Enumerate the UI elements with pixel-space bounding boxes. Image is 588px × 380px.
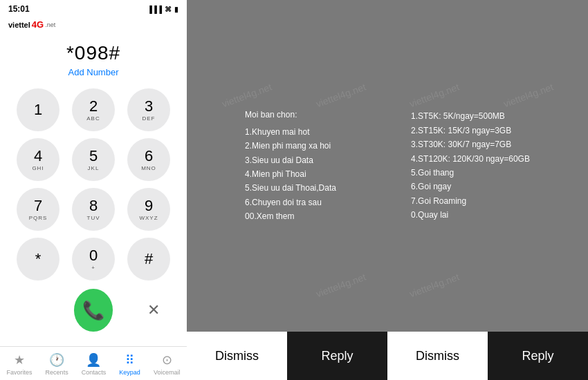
sms-line-2-7: 7.Goi Roaming [411, 194, 530, 208]
sms-line-2-4: 4.ST120K: 120K/30 ngay=60GB [411, 152, 530, 166]
dialed-number: *098# [66, 42, 120, 64]
dismiss-button-1[interactable]: Dismiss [187, 332, 287, 380]
tab-voicemail-label: Voicemail [154, 369, 181, 376]
reply-button-2[interactable]: Reply [488, 332, 588, 380]
carrier-logo: viettel 4G .net [0, 18, 187, 30]
tab-keypad[interactable]: ⠿ Keypad [119, 352, 140, 376]
sms-line-1-5: 5.Sieu uu dai Thoai,Data [245, 181, 336, 195]
keypad-icon: ⠿ [125, 352, 134, 368]
key-hash[interactable]: # [127, 238, 170, 281]
phone-icon: 📞 [82, 300, 104, 321]
tab-favorites-label: Favorites [7, 369, 33, 376]
sms-line-1-1: 1.Khuyen mai hot [245, 125, 336, 139]
battery-icon: ▮ [174, 6, 178, 13]
favorites-icon: ★ [14, 352, 25, 368]
key-5[interactable]: 5 JKL [72, 138, 115, 181]
sms-line-2-5: 5.Goi thang [411, 166, 530, 180]
notification-1-actions: Dismiss Reply [187, 332, 387, 380]
sms-line-1-4: 4.Mien phi Thoai [245, 167, 336, 181]
tab-keypad-label: Keypad [119, 369, 140, 376]
sms-line-1-6: 6.Chuyen doi tra sau [245, 196, 336, 209]
sms-line-2-8: 0.Quay lai [411, 208, 530, 222]
carrier-plan: 4G [32, 19, 44, 30]
tab-contacts-label: Contacts [82, 369, 107, 376]
keypad-grid: 1 2 ABC 3 DEF 4 GHI 5 JKL 6 MNO 7 PQRS [0, 88, 187, 281]
sms-message-1: Moi ban chon: 1.Khuyen mai hot 2.Mien ph… [245, 108, 336, 223]
reply-button-1[interactable]: Reply [287, 332, 387, 380]
dismiss-button-2[interactable]: Dismiss [387, 332, 488, 380]
voicemail-icon: ⊙ [162, 352, 172, 368]
notification-2-actions: Dismiss Reply [387, 332, 588, 380]
sms-notification-panel: viettel4g.net viettel4g.net viettel4g.ne… [187, 0, 588, 380]
contacts-icon: 👤 [86, 352, 101, 368]
action-area: Dismiss Reply Dismiss Reply [187, 332, 588, 380]
call-action-row: 📞 ✕ [0, 289, 187, 332]
carrier-name: viettel [8, 21, 30, 29]
dialer-panel: 15:01 ▐▐▐ ⌘ ▮ viettel 4G .net *098# Add … [0, 0, 187, 380]
key-1[interactable]: 1 [17, 88, 59, 131]
key-8[interactable]: 8 TUV [72, 188, 115, 231]
sms-line-2-1: 1.ST5K: 5K/ngay=500MB [411, 109, 530, 123]
signal-icon: ▐▐▐ [147, 6, 162, 13]
delete-icon: ✕ [147, 301, 160, 319]
recents-icon: 🕐 [49, 352, 64, 368]
sms-line-1-2: 2.Mien phi mang xa hoi [245, 139, 336, 153]
tab-bar: ★ Favorites 🕐 Recents 👤 Contacts ⠿ Keypa… [0, 346, 187, 380]
key-9[interactable]: 9 WXYZ [127, 188, 170, 231]
key-3[interactable]: 3 DEF [127, 88, 170, 131]
status-time: 15:01 [8, 4, 30, 14]
sms-area: Moi ban chon: 1.Khuyen mai hot 2.Mien ph… [187, 0, 588, 332]
key-4[interactable]: 4 GHI [17, 138, 59, 181]
call-button[interactable]: 📞 [74, 289, 113, 332]
sms-line-2-3: 3.ST30K: 30K/7 ngay=7GB [411, 137, 530, 151]
key-star[interactable]: * [17, 238, 59, 281]
sms-line-2-6: 6.Goi ngay [411, 180, 530, 193]
status-icons: ▐▐▐ ⌘ ▮ [147, 6, 178, 13]
delete-button[interactable]: ✕ [134, 289, 173, 332]
key-7[interactable]: 7 PQRS [17, 188, 59, 231]
add-number-link[interactable]: Add Number [68, 67, 119, 77]
tab-voicemail[interactable]: ⊙ Voicemail [154, 352, 181, 376]
spacer [14, 289, 53, 332]
tab-recents[interactable]: 🕐 Recents [46, 352, 68, 376]
key-6[interactable]: 6 MNO [127, 138, 170, 181]
tab-recents-label: Recents [46, 369, 68, 376]
sms-line-2-2: 2.ST15K: 15K/3 ngay=3GB [411, 124, 530, 137]
sms-message-1-header: Moi ban chon: [245, 108, 336, 122]
status-bar: 15:01 ▐▐▐ ⌘ ▮ [0, 0, 187, 18]
key-2[interactable]: 2 ABC [72, 88, 115, 131]
sms-line-1-3: 3.Sieu uu dai Data [245, 153, 336, 167]
key-0[interactable]: 0 + [72, 238, 115, 281]
tab-favorites[interactable]: ★ Favorites [7, 352, 33, 376]
wifi-icon: ⌘ [165, 6, 172, 13]
sms-message-2: 1.ST5K: 5K/ngay=500MB 2.ST15K: 15K/3 nga… [411, 109, 530, 222]
sms-line-1-7: 00.Xem them [245, 209, 336, 223]
carrier-suffix: .net [45, 21, 55, 28]
tab-contacts[interactable]: 👤 Contacts [82, 352, 107, 376]
